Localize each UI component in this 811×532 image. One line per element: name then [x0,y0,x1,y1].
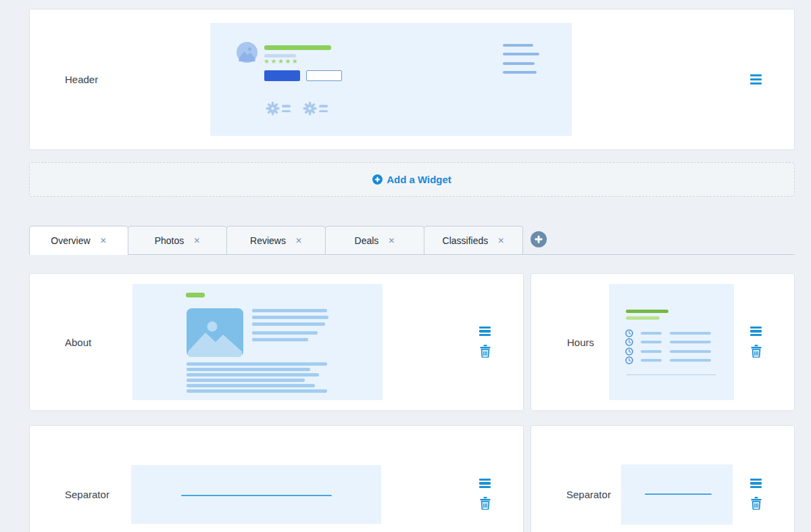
separator-widget-actions [750,479,762,510]
preview-text-line [252,322,325,326]
add-widget-button[interactable]: Add a Widget [29,162,795,197]
header-widget-card: Header ★★★★★ [29,9,795,150]
preview-menu-line [503,53,539,55]
tab-overview[interactable]: Overview ✕ [29,226,128,255]
separator-widget-preview [621,464,733,525]
gear-feature-icon [303,101,328,116]
preview-text-line [187,368,310,371]
about-widget-card: About [29,273,524,411]
hours-row [625,329,711,337]
image-placeholder-icon [187,308,243,357]
hours-widget-card: Hours [531,273,795,411]
preview-separator-line [645,493,712,495]
clock-icon [625,329,633,337]
tab-close-icon[interactable]: ✕ [295,236,302,245]
preview-secondary-button [306,70,342,81]
drag-handle-icon[interactable] [479,479,491,489]
tab-bar: Overview ✕ Photos ✕ Reviews ✕ Deals ✕ Cl… [29,226,795,255]
preview-title-bar [186,293,205,297]
about-widget-preview [132,284,383,400]
star-rating-icon: ★★★★★ [264,57,299,65]
preview-text-line [187,384,315,387]
add-tab-button[interactable] [531,231,547,247]
hours-widget-preview [609,284,734,400]
clock-icon [625,347,633,356]
tab-reviews[interactable]: Reviews ✕ [226,226,326,254]
preview-subtitle-bar [626,316,660,320]
plus-icon [535,235,543,243]
preview-text-line [187,373,319,377]
clock-icon [625,338,633,346]
tab-label: Classifieds [443,235,489,246]
preview-menu-line [503,71,537,74]
tab-deals[interactable]: Deals ✕ [325,226,424,254]
widget-layout-editor: Header ★★★★★ [29,9,795,532]
preview-text-line [187,379,305,382]
separator-widget-card-2: Separator [531,425,795,532]
drag-handle-icon[interactable] [750,74,762,84]
drag-handle-icon[interactable] [750,479,762,489]
preview-menu-line [503,44,533,47]
preview-divider-line [626,374,716,375]
tab-label: Deals [355,235,379,246]
preview-separator-line [181,495,332,496]
tab-label: Reviews [250,235,286,246]
header-widget-label: Header [30,74,210,85]
drag-handle-icon[interactable] [750,327,762,337]
hours-row [625,338,711,346]
preview-text-line [252,331,318,335]
tab-close-icon[interactable]: ✕ [100,236,107,245]
preview-text-line [187,362,327,366]
trash-icon[interactable] [751,345,762,358]
separator-widget-preview [131,465,381,524]
drag-handle-icon[interactable] [479,327,491,337]
trash-icon[interactable] [480,345,491,358]
hours-row [625,347,711,356]
about-widget-actions [479,327,491,358]
separator-widget-label: Separator [531,489,621,500]
preview-menu-line [503,62,535,65]
preview-text-line [252,316,328,319]
preview-text-line [252,338,308,341]
preview-text-line [187,389,327,393]
preview-title-bar [264,45,331,50]
gear-feature-icon [266,101,291,116]
trash-icon[interactable] [751,497,762,510]
separator-widget-actions [479,479,491,510]
header-widget-preview: ★★★★★ [210,23,572,136]
widget-grid: About [29,273,795,532]
preview-text-line [252,309,327,312]
trash-icon[interactable] [480,497,491,510]
tab-photos[interactable]: Photos ✕ [128,226,227,254]
preview-title-bar [626,310,668,313]
separator-widget-card: Separator [29,425,524,532]
tab-label: Photos [155,235,185,246]
header-widget-actions [750,74,762,84]
tab-close-icon[interactable]: ✕ [497,236,504,245]
tab-close-icon[interactable]: ✕ [193,236,200,245]
hours-widget-label: Hours [531,337,609,348]
avatar-photo-icon [237,42,257,63]
hours-row [625,356,711,364]
add-widget-label: Add a Widget [387,174,451,185]
preview-primary-button [264,70,300,81]
tab-label: Overview [51,235,90,246]
plus-circle-icon [372,174,383,185]
separator-widget-label: Separator [30,489,131,500]
tab-close-icon[interactable]: ✕ [388,236,395,245]
tab-classifieds[interactable]: Classifieds ✕ [424,226,523,254]
hours-widget-actions [750,327,762,358]
clock-icon [625,356,633,364]
about-widget-label: About [30,337,132,348]
